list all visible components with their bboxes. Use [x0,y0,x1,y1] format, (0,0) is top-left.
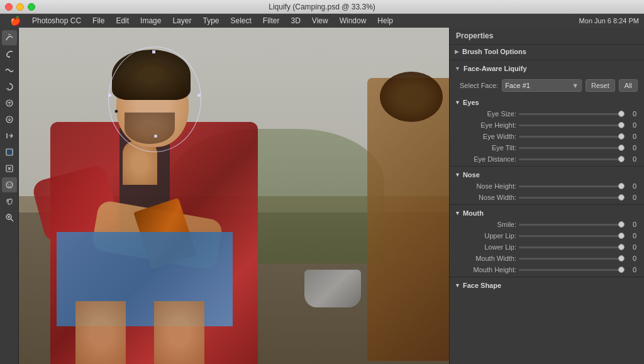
apple-menu[interactable]: 🍎 [5,14,26,27]
face-detect-dot-bottom [154,135,157,138]
upper-lip-slider[interactable] [519,235,621,237]
nose-width-thumb[interactable] [618,194,625,201]
right-panel: Properties ▶ Brush Tool Options ▼ Face-A… [449,28,644,364]
tool-smooth[interactable] [2,63,17,78]
eye-tilt-label: Eye Tilt: [460,144,516,152]
smile-row: Smile: 0 [450,219,644,230]
eye-height-thumb[interactable] [618,122,625,128]
panel-header: Properties [450,28,644,45]
menu-image[interactable]: Image [135,15,166,26]
nose-width-label: Nose Width: [460,194,516,201]
mouth-height-slider[interactable] [519,269,621,271]
mouth-height-value: 0 [624,266,636,273]
tool-bloat[interactable] [2,112,17,127]
canvas-area[interactable] [19,28,449,364]
menu-filter[interactable]: Filter [258,15,285,26]
upper-lip-thumb[interactable] [618,233,625,239]
face-aware-liquify-header[interactable]: ▼ Face-Aware Liquify [450,62,644,75]
face-shape-triangle: ▼ [455,282,460,289]
mouth-height-row: Mouth Height: 0 [450,264,644,275]
all-button[interactable]: All [619,79,638,92]
eye-height-slider[interactable] [519,124,621,126]
mouth-width-value: 0 [624,255,636,262]
nose-height-value: 0 [624,182,636,190]
eye-distance-slider[interactable] [519,158,621,160]
mouth-section-header[interactable]: ▼ Mouth [450,206,644,219]
upper-lip-value: 0 [624,232,636,240]
tool-warp[interactable] [2,30,17,45]
eye-width-value: 0 [624,133,636,140]
lower-lip-row: Lower Lip: 0 [450,241,644,253]
eye-distance-thumb[interactable] [618,156,625,162]
eye-size-thumb[interactable] [618,111,625,117]
eye-width-thumb[interactable] [618,133,625,140]
face-shape-section-header[interactable]: ▼ Face Shape [450,279,644,291]
tool-push[interactable] [2,128,17,143]
tool-thaw[interactable] [2,161,17,176]
eye-size-label: Eye Size: [460,110,516,118]
eye-height-row: Eye Height: 0 [450,119,644,131]
lower-lip-thumb[interactable] [618,244,625,250]
mouth-height-thumb[interactable] [618,267,625,273]
divider-2 [450,166,644,167]
tool-zoom[interactable] [2,210,17,225]
menu-photoshop[interactable]: Photoshop CC [27,15,86,26]
tool-reconstruct[interactable] [2,47,17,62]
menu-select[interactable]: Select [225,15,256,26]
close-button[interactable] [5,3,13,11]
menu-edit[interactable]: Edit [111,15,134,26]
menu-window[interactable]: Window [335,15,372,26]
svg-point-5 [8,184,9,185]
nose-height-slider[interactable] [519,185,621,187]
eye-tilt-slider[interactable] [519,147,621,149]
window-title: Liquify (Camping.psd @ 33.3%) [269,3,375,11]
tool-face[interactable] [2,177,17,192]
face-detect-dot-top [152,50,155,53]
mouth-width-row: Mouth Width: 0 [450,253,644,264]
lower-lip-slider[interactable] [519,246,621,248]
eye-tilt-thumb[interactable] [618,145,625,151]
upper-lip-label: Upper Lip: [460,232,516,240]
eyes-triangle: ▼ [455,99,460,106]
lower-lip-label: Lower Lip: [460,243,516,251]
leg-left [75,301,126,364]
menu-3d[interactable]: 3D [286,15,306,26]
eye-width-row: Eye Width: 0 [450,131,644,142]
hair [112,50,191,100]
tool-hand[interactable] [2,194,17,209]
eye-tilt-row: Eye Tilt: 0 [450,142,644,153]
menu-type[interactable]: Type [197,15,224,26]
tool-freeze[interactable] [2,145,17,160]
traffic-lights [5,3,35,11]
maximize-button[interactable] [28,3,35,11]
eyes-section-header[interactable]: ▼ Eyes [450,96,644,108]
select-face-label: Select Face: [460,82,498,89]
eye-width-slider[interactable] [519,136,621,138]
mouth-width-slider[interactable] [519,258,621,260]
main-area: Properties ▶ Brush Tool Options ▼ Face-A… [0,28,644,364]
mouth-width-thumb[interactable] [618,255,625,262]
eye-size-slider[interactable] [519,113,621,115]
nose-width-row: Nose Width: 0 [450,192,644,203]
nose-section-header[interactable]: ▼ Nose [450,168,644,180]
reset-button[interactable]: Reset [586,79,615,92]
brush-tool-options-header[interactable]: ▶ Brush Tool Options [450,45,644,58]
menu-help[interactable]: Help [372,15,398,26]
menu-layer[interactable]: Layer [167,15,196,26]
tool-twirl[interactable] [2,79,17,94]
eye-distance-row: Eye Distance: 0 [450,153,644,165]
face-select-dropdown[interactable]: Face #1 ▼ [502,79,582,92]
nose-width-slider[interactable] [519,197,621,199]
menu-view[interactable]: View [307,15,333,26]
svg-line-8 [11,219,13,221]
menu-file[interactable]: File [87,15,109,26]
divider-1 [450,60,644,60]
tool-pucker[interactable] [2,96,17,111]
smile-value: 0 [624,221,636,228]
minimize-button[interactable] [16,3,24,11]
menubar: 🍎 Photoshop CC File Edit Image Layer Typ… [0,14,644,28]
nose-height-thumb[interactable] [618,183,625,189]
smile-slider[interactable] [519,224,621,226]
divider-3 [450,204,644,205]
smile-thumb[interactable] [618,221,625,228]
